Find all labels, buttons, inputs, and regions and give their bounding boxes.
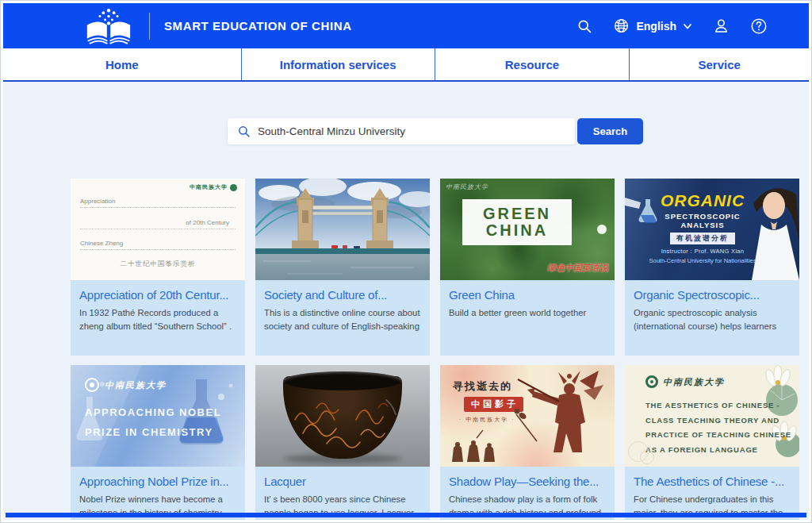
chevron-down-icon: [683, 21, 692, 31]
nobel-banner-image: 中南民族大学 APPROACHING NOBEL PRIZE IN CHEMIS…: [71, 365, 245, 467]
course-card-zheng[interactable]: 中南民族大学 Appreciation of 20th Century Chin…: [71, 179, 245, 356]
course-card-organic[interactable]: ORGANIC SPECTROSCOPIC ANALYSIS 有机波谱分析 In…: [625, 179, 799, 356]
instructor-line: Instructor：Prof. WANG Xian: [647, 248, 758, 256]
course-card-shadow-play[interactable]: 寻找逝去的 中国影子 · 中南民族大学 ·: [440, 365, 615, 520]
course-card-society-culture[interactable]: Society and Culture of... This is a dist…: [255, 179, 430, 356]
search-input-box: [228, 118, 575, 144]
banner-title: ORGANIC: [647, 191, 758, 210]
shadow-puppet-art: [440, 365, 615, 467]
course-card-nobel[interactable]: 中南民族大学 APPROACHING NOBEL PRIZE IN CHEMIS…: [71, 365, 245, 520]
green-china-image: 中南民族大学 GREEN CHINA 绿色中国英语说: [440, 179, 615, 280]
tower-bridge-image: [255, 179, 430, 280]
main-navigation: Home Information services Resource Servi…: [3, 48, 809, 82]
open-book-logo-icon: [82, 7, 135, 45]
search-input[interactable]: [258, 125, 565, 137]
university-seal-icon: [85, 378, 99, 392]
course-card-lacquer[interactable]: Lacquer It’ s been 8000 years since Chin…: [255, 365, 430, 520]
course-title[interactable]: Shadow Play—Seeking the...: [449, 475, 606, 488]
main-content: Search 中南民族大学 Appreciation of 20th Centu…: [3, 82, 809, 520]
university-seal-icon: [230, 184, 237, 191]
nav-item-home[interactable]: Home: [3, 48, 241, 80]
search-input-icon: [237, 125, 251, 138]
slider-dot: [597, 225, 607, 234]
university-logo: 中南民族大学: [645, 375, 725, 388]
course-title[interactable]: Green China: [449, 288, 606, 302]
album-line: Appreciation: [80, 198, 236, 208]
course-description: Build a better green world together: [449, 306, 606, 320]
site-title: SMART EDUCATION OF CHINA: [164, 19, 352, 33]
footer-bar: [6, 513, 806, 517]
cloud-motif: [628, 441, 649, 462]
nav-item-resource[interactable]: Resource: [435, 48, 630, 80]
university-logo: 中南民族大学: [190, 183, 237, 191]
album-line: of 20th Century: [80, 219, 236, 229]
album-line: Chinese Zheng: [80, 240, 236, 250]
banner-caption: APPROACHING NOBEL PRIZE IN CHEMISTRY: [85, 403, 221, 442]
language-selector[interactable]: English: [613, 17, 692, 34]
header-divider: [149, 13, 150, 40]
university-watermark: 中南民族大学: [446, 183, 488, 191]
green-china-wordmark: GREEN CHINA: [462, 199, 572, 245]
course-title[interactable]: Society and Culture of...: [264, 288, 421, 302]
course-card-green-china[interactable]: 中南民族大学 GREEN CHINA 绿色中国英语说 Green China B…: [440, 179, 615, 356]
search-icon[interactable]: [576, 18, 592, 34]
course-description: Organic spectroscopic analysis (internat…: [634, 306, 791, 334]
aesthetics-banner-image: 中南民族大学 THE AESTHETICS OF CHINESE - CLASS…: [625, 365, 799, 467]
header-actions: English: [576, 17, 768, 35]
smart-education-logo[interactable]: [82, 7, 135, 45]
user-icon[interactable]: [713, 17, 730, 34]
course-card-grid: 中南民族大学 Appreciation of 20th Century Chin…: [71, 179, 809, 520]
page-frame: SMART EDUCATION OF CHINA English: [0, 0, 812, 523]
school-line: South-Central University for Nationaliti…: [647, 257, 758, 264]
search-button[interactable]: Search: [577, 118, 643, 144]
nav-item-information-services[interactable]: Information services: [241, 48, 435, 80]
course-search-bar: Search: [228, 118, 643, 144]
course-title[interactable]: Lacquer: [264, 475, 421, 488]
course-title[interactable]: Appreciation of 20th Centur...: [79, 288, 236, 302]
course-description: In 1932 Pathé Records produced a zheng a…: [79, 306, 236, 334]
course-title[interactable]: The Aesthetics of Chinese -...: [634, 475, 791, 488]
banner-subtitle-zh: 有机波谱分析: [670, 233, 735, 244]
course-title[interactable]: Organic Spectroscopic...: [634, 288, 791, 302]
university-logo: 中南民族大学: [85, 378, 167, 392]
nav-item-service[interactable]: Service: [629, 48, 809, 80]
shadow-play-image: 寻找逝去的 中国影子 · 中南民族大学 ·: [440, 365, 615, 467]
university-seal-icon: [645, 375, 658, 388]
banner-title-lines: THE AESTHETICS OF CHINESE - CLASS TEACHI…: [645, 398, 791, 457]
banner-subtitle: SPECTROSCOPIC ANALYSIS: [647, 212, 758, 229]
banner-caption-zh: 绿色中国英语说: [547, 262, 608, 274]
zheng-album-image: 中南民族大学 Appreciation of 20th Century Chin…: [71, 179, 245, 280]
globe-icon: [613, 17, 630, 34]
help-icon[interactable]: [750, 17, 768, 35]
course-title[interactable]: Approaching Nobel Prize in...: [79, 475, 236, 488]
album-caption-zh: 二十世纪中国筝乐赏析: [80, 260, 236, 269]
course-card-aesthetics[interactable]: 中南民族大学 THE AESTHETICS OF CHINESE - CLASS…: [625, 365, 799, 520]
lacquer-bowl-image: [255, 365, 430, 467]
course-description: This is a distinctive online course abou…: [264, 306, 421, 334]
top-header-bar: SMART EDUCATION OF CHINA English: [3, 3, 809, 48]
organic-banner-image: ORGANIC SPECTROSCOPIC ANALYSIS 有机波谱分析 In…: [625, 179, 799, 280]
language-label: English: [636, 20, 676, 33]
